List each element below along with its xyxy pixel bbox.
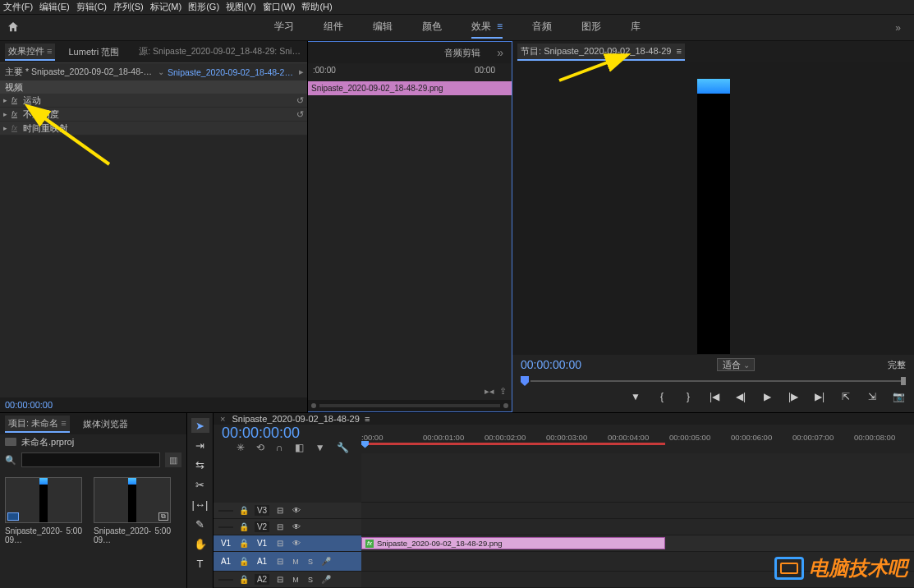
workspace-libraries[interactable]: 库	[631, 16, 641, 39]
track-name[interactable]: V3	[255, 505, 269, 516]
disclosure-arrow-icon[interactable]: ▸	[3, 110, 11, 118]
menu-view[interactable]: 视图(V)	[226, 1, 256, 13]
track-target[interactable]	[218, 579, 233, 581]
voiceover-icon[interactable]: 🎤	[320, 557, 332, 566]
solo-button[interactable]: S	[305, 576, 315, 584]
ec-timeline-body[interactable]	[308, 95, 512, 400]
reset-icon[interactable]: ↺	[292, 109, 307, 120]
extract-icon[interactable]: ⇲	[866, 391, 878, 402]
track-target[interactable]	[218, 526, 233, 528]
menu-file[interactable]: 文件(F)	[3, 1, 33, 13]
tab-source-meta[interactable]: 源: Snipaste_2020-09-02_18-48-29: Snipast…	[132, 46, 302, 57]
track-name[interactable]: A2	[255, 574, 269, 585]
source-patch-a1[interactable]: A1	[218, 556, 233, 567]
workspace-overflow-icon[interactable]: »	[895, 22, 907, 34]
zoom-handle-right[interactable]	[503, 403, 508, 408]
track-lane-v3[interactable]	[361, 503, 914, 519]
timeline-settings-icon[interactable]: ▼	[315, 442, 325, 453]
program-scrub-bar[interactable]	[512, 374, 914, 388]
menu-help[interactable]: 帮助(H)	[301, 1, 332, 13]
lock-icon[interactable]: 🔒	[238, 557, 250, 566]
razor-tool-icon[interactable]: ✂	[191, 477, 209, 492]
mark-out-icon[interactable]: }	[682, 391, 694, 402]
workspace-color[interactable]: 颜色	[422, 16, 442, 39]
tab-audio-clip[interactable]: 音频剪辑	[441, 45, 484, 61]
reset-icon[interactable]: ↺	[292, 95, 307, 106]
effect-controls-tc[interactable]: 00:00:00:00	[0, 397, 307, 412]
tab-media-browser[interactable]: 媒体浏览器	[80, 416, 131, 432]
add-marker-icon[interactable]: ▼	[630, 391, 641, 402]
voiceover-icon[interactable]: 🎤	[320, 575, 332, 584]
menu-window[interactable]: 窗口(W)	[263, 1, 296, 13]
menu-edit[interactable]: 编辑(E)	[39, 1, 70, 13]
mute-button[interactable]: M	[291, 558, 301, 566]
type-tool-icon[interactable]: T	[191, 556, 209, 571]
track-name[interactable]: A1	[255, 556, 269, 567]
solo-button[interactable]: S	[305, 558, 315, 566]
wrench-icon[interactable]: 🔧	[337, 442, 349, 453]
mute-button[interactable]: M	[291, 576, 301, 584]
timeline-clip[interactable]: fx Snipaste_2020-09-02_18-48-29.png	[361, 537, 665, 549]
playhead-icon[interactable]	[361, 441, 369, 448]
lock-icon[interactable]: 🔒	[238, 575, 250, 584]
tab-lumetri-scopes[interactable]: Lumetri 范围	[65, 44, 122, 60]
selection-tool-icon[interactable]: ➤	[191, 418, 209, 433]
menu-clip[interactable]: 剪辑(C)	[76, 1, 107, 13]
ec-timeline-scrollbar[interactable]	[308, 400, 512, 411]
go-to-in-icon[interactable]: |◀	[709, 391, 720, 402]
timeline-ruler[interactable]: :00:00 00:00:01:00 00:00:02:00 00:00:03:…	[361, 431, 914, 448]
sequence-thumbnail[interactable]: ⧉	[94, 477, 171, 523]
workspace-assembly[interactable]: 组件	[324, 16, 343, 39]
track-select-tool-icon[interactable]: ⇥	[191, 438, 209, 452]
snap-icon[interactable]: ✳	[237, 442, 245, 453]
ec-timeline-clip[interactable]: Snipaste_2020-09-02_18-48-29.png	[308, 81, 512, 95]
step-back-icon[interactable]: ◀|	[735, 391, 746, 402]
track-header-v3[interactable]: 🔒 V3 ⊟ 👁	[214, 503, 361, 519]
step-forward-icon[interactable]: |▶	[788, 391, 799, 402]
hand-tool-icon[interactable]: ✋	[191, 536, 209, 551]
workspace-effects[interactable]: 效果 ≡	[471, 16, 503, 39]
slip-tool-icon[interactable]: |↔|	[191, 497, 209, 512]
tab-program[interactable]: 节目: Snipaste_2020-09-02_18-48-29 ≡	[517, 44, 685, 61]
close-sequence-icon[interactable]: ×	[220, 414, 225, 424]
scroll-track[interactable]	[319, 404, 500, 407]
home-icon[interactable]	[7, 21, 20, 35]
lock-icon[interactable]: 🔒	[238, 506, 250, 515]
effect-row-time-remap[interactable]: ▸ fx 时间重映射	[0, 122, 307, 136]
sync-lock-icon[interactable]: ⊟	[274, 506, 286, 515]
new-item-icon[interactable]: ▥	[165, 452, 181, 467]
add-marker-icon[interactable]: ∩	[276, 442, 283, 453]
export-frame-icon[interactable]: 📷	[893, 391, 904, 402]
track-header-v1[interactable]: V1 🔒 V1 ⊟ 👁	[214, 535, 361, 552]
source-patch-v1[interactable]: V1	[218, 538, 233, 549]
track-target[interactable]	[218, 510, 233, 512]
timeline-timecode[interactable]: 00:00:00:00	[214, 425, 361, 442]
project-item[interactable]: ⧉ Snipaste_2020-09… 5:00	[94, 477, 171, 581]
disclosure-arrow-icon[interactable]: ▸	[3, 124, 11, 132]
playhead-only-icon[interactable]: ▸◂	[485, 386, 494, 397]
menu-sequence[interactable]: 序列(S)	[113, 1, 144, 13]
fx-badge-icon[interactable]: fx	[11, 110, 23, 118]
track-header-a1[interactable]: A1 🔒 A1 ⊟ M S 🎤	[214, 552, 361, 572]
project-item[interactable]: Snipaste_2020-09… 5:00	[5, 477, 82, 581]
insert-overwrite-icon[interactable]: ◧	[295, 442, 304, 453]
lock-icon[interactable]: 🔒	[238, 539, 250, 548]
fx-badge-icon[interactable]: fx	[11, 124, 23, 132]
scrub-track[interactable]	[530, 380, 901, 382]
workspace-editing[interactable]: 编辑	[373, 16, 393, 39]
ec-timeline-ruler[interactable]: :00:00 00:00	[308, 63, 512, 81]
chevron-down-icon[interactable]: ⌄	[743, 361, 750, 370]
sync-lock-icon[interactable]: ⊟	[274, 539, 286, 548]
track-name[interactable]: V1	[255, 538, 269, 549]
sync-lock-icon[interactable]: ⊟	[274, 522, 286, 531]
sync-lock-icon[interactable]: ⊟	[274, 557, 286, 566]
effect-row-motion[interactable]: ▸ fx 运动 ↺	[0, 94, 307, 108]
track-lane-v2[interactable]	[361, 519, 914, 535]
resolution-label[interactable]: 完整	[888, 359, 906, 371]
project-search-input[interactable]	[21, 452, 160, 467]
scrub-handle-right[interactable]	[901, 377, 906, 385]
play-icon[interactable]: ▶	[761, 391, 773, 402]
fx-badge-icon[interactable]: fx	[11, 96, 23, 104]
tab-sequence[interactable]: Snipaste_2020-09-02_18-48-29 ≡	[232, 414, 370, 424]
menu-marker[interactable]: 标记(M)	[150, 1, 182, 13]
